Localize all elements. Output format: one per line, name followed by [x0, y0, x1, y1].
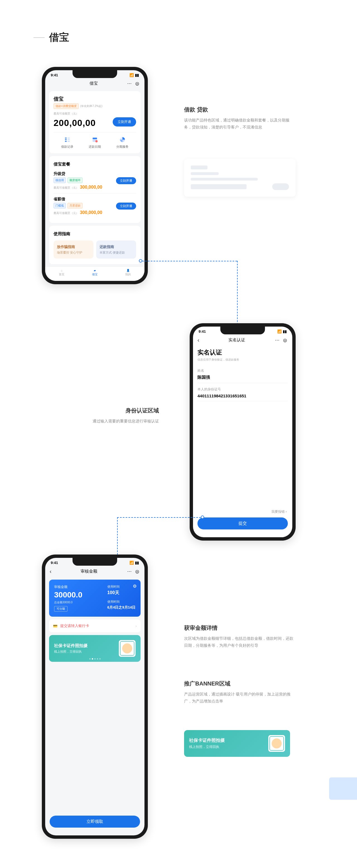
submit-button[interactable]: 提交 [198, 518, 288, 529]
status-time: 9:41 [51, 561, 58, 565]
phone-mockup-loan: 9:41 📶 ▮▮ 借宝 ⋯ ◎ 借宝 借款+消费贷额度 (年化利率7.2%起)… [42, 67, 148, 284]
chevron-right-icon: › [136, 624, 137, 628]
guide2-sub: 丰富方式 便捷还款 [99, 250, 133, 255]
wifi-icon: ▮▮ [135, 561, 139, 565]
signal-icon: 📶 [277, 329, 282, 334]
nav-bar: ‹ 实名认证 ⋯ ◎ [193, 335, 292, 345]
accent-decoration [329, 777, 357, 800]
repay-date-item[interactable]: 还款日期 [89, 136, 101, 149]
packages-card: 借宝套餐 升级贷 线信用 额度循环 最高可借额至（元） 300,000,00 立… [49, 156, 141, 223]
tab-mine[interactable]: 👤 我的 [125, 269, 131, 276]
card-icon: 💳 [53, 624, 57, 628]
identity-sub: 信息仅用于身份验证，借进款服务 [198, 358, 288, 362]
home-icon: ⌂ [61, 269, 62, 272]
phone-notch [220, 327, 265, 334]
target-icon[interactable]: ◎ [135, 81, 140, 86]
signal-icon: 📶 [129, 561, 134, 565]
package-salary[interactable]: 省薪借 门槛低 月度还款 最高可借额至（元） 300,000,00 立刻开通 [54, 193, 136, 218]
banner-sub: 线上拍照，立得回执 [189, 745, 225, 749]
tab-mine-label: 我的 [125, 273, 131, 276]
pkg2-limit-label: 最高可借额至（元） [54, 212, 79, 215]
guide1-sub: 场景覆控 安心守护 [57, 250, 90, 255]
wireframe-mock [184, 159, 296, 197]
guide1-title: 放作骗指南 [57, 244, 90, 249]
ann1-text: 该功能产品特色区域，通过明确借款金额和套餐，以及分期服务，贷款须知，清楚的引导客… [184, 117, 296, 131]
id-label: 本人的身份证号 [198, 387, 288, 392]
annotation-loan: 借款 贷款 该功能产品特色区域，通过明确借款金额和套餐，以及分期服务，贷款须知，… [184, 106, 296, 131]
pkg1-tag2: 额度循环 [67, 178, 83, 183]
main-loan-card: 借宝 借款+消费贷额度 (年化利率7.2%起) 最高可借额至（元） 200,00… [49, 91, 141, 153]
card-title: 借宝 [54, 96, 136, 102]
id-field[interactable]: 440111198421331651651 [198, 394, 288, 401]
standalone-promo-banner[interactable]: 社保卡证件照拍摄 线上拍照，立得回执 [184, 730, 290, 757]
connector-dot-2a [201, 516, 204, 519]
wf-amount [191, 184, 246, 189]
pkg1-open-button[interactable]: 立刻开通 [116, 177, 136, 184]
nav-title: 实名认证 [229, 337, 245, 343]
ann2-text: 通过输入需要的重要信息进行审核认证 [70, 418, 159, 425]
pkg1-name: 升级贷 [54, 172, 102, 176]
page-heading: 借宝 [33, 31, 69, 44]
nav-bar: 借宝 ⋯ ◎ [45, 78, 145, 88]
target-icon[interactable]: ◎ [135, 569, 140, 574]
installment-tag: 可分期 [54, 606, 67, 612]
claim-button[interactable]: 立即领取 [50, 816, 140, 828]
bank-transfer-row[interactable]: 💳 提交该转入银行卡 › [49, 619, 141, 632]
repay-guide-card[interactable]: 还款指南 丰富方式 便捷还款 [96, 241, 136, 258]
back-button[interactable]: ‹ [198, 337, 200, 343]
connector-dot-1a [139, 259, 142, 262]
limit-label: 最高可借额至（元） [54, 112, 136, 116]
date-label: 使用时间 [108, 600, 136, 604]
phone-mockup-approval: 9:41 📶 ▮▮ ‹ 审核金额 ⋯ ◎ ⚙ 审核金额 30000.0 总金额3… [42, 555, 148, 839]
bank-text: 提交该转入银行卡 [60, 623, 89, 628]
svg-rect-1 [65, 139, 67, 140]
pkg2-open-button[interactable]: 立刻开通 [116, 203, 136, 210]
annotation-identity: 身份认证区域 通过输入需要的重要信息进行审核认证 [70, 407, 159, 425]
guide-title: 使用指南 [54, 230, 136, 238]
name-field[interactable]: 陈国强 [198, 375, 288, 383]
promo-banner[interactable]: 社保卡证件照拍摄 线上拍照，立得回执 [49, 635, 141, 662]
svg-rect-2 [65, 141, 67, 142]
more-icon[interactable]: ⋯ [274, 337, 280, 343]
more-icon[interactable]: ⋯ [127, 81, 132, 86]
banner-title: 社保卡证件照拍摄 [189, 738, 225, 743]
svg-rect-7 [93, 138, 97, 139]
nav-title: 借宝 [90, 81, 98, 86]
connector-h1 [142, 261, 237, 261]
pkg1-amount: 300,000,00 [80, 185, 102, 189]
rate-note: (年化利率7.2%起) [80, 104, 102, 108]
heading-text: 借宝 [49, 31, 69, 44]
calendar-icon [91, 136, 98, 143]
pie-icon [119, 136, 126, 143]
repay-label: 还款日期 [89, 145, 101, 149]
tab-home[interactable]: ⌂ 首页 [59, 269, 64, 276]
name-label: 姓名 [198, 368, 288, 373]
ann4-text: 产品运营区域，通过插画设计 吸引用户的停留，加上运营的推广，为产品增加点击率 [184, 691, 296, 705]
open-button[interactable]: 立刻开通 [113, 117, 136, 126]
loan-amount: 200,00,00 [54, 118, 96, 128]
loan-records-item[interactable]: 借款记录 [61, 136, 73, 149]
pkg1-limit-label: 最高可借额至（元） [54, 186, 79, 189]
installment-item[interactable]: 分期服务 [116, 136, 128, 149]
tab-loan[interactable]: ▰ 借宝 [92, 269, 98, 276]
ann2-title: 身份认证区域 [70, 407, 159, 414]
phone-notch [72, 70, 117, 78]
pkg2-name: 省薪借 [54, 197, 102, 202]
phone-notch [72, 558, 117, 566]
carousel-dots [49, 658, 141, 659]
target-icon[interactable]: ◎ [282, 337, 288, 343]
promo-sub: 线上拍照，立得回执 [54, 650, 88, 654]
ann3-title: 获审金额详情 [184, 624, 296, 632]
signal-icon: 📶 [129, 73, 134, 77]
fraud-guide-card[interactable]: 放作骗指南 场景覆控 安心守护 [54, 241, 93, 258]
pkg2-amount: 300,000,00 [80, 210, 102, 215]
total-label: 总金额30000.0 [54, 600, 82, 604]
report-link[interactable]: 我要报错 › [199, 509, 287, 514]
package-upgrade[interactable]: 升级贷 线信用 额度循环 最高可借额至（元） 300,000,00 立刻开通 [54, 168, 136, 193]
more-icon[interactable]: ⋯ [127, 569, 132, 574]
time-label: 使用时间 [108, 585, 136, 589]
ann4-title: 推广BANNER区域 [184, 680, 296, 687]
annotation-banner: 推广BANNER区域 产品运营区域，通过插画设计 吸引用户的停留，加上运营的推广… [184, 680, 296, 705]
back-button[interactable]: ‹ [50, 568, 52, 575]
approval-amount: 30000.0 [54, 590, 82, 599]
